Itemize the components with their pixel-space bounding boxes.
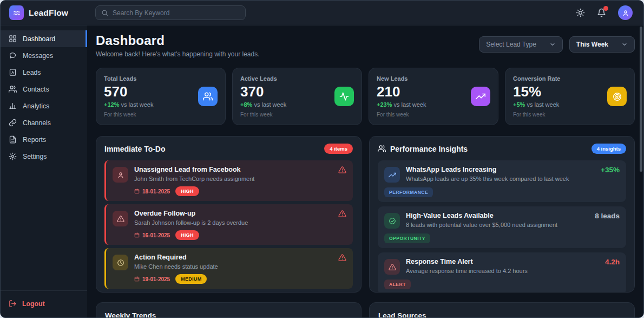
stat-period: For this week — [240, 112, 334, 118]
insight-value: 4.2h — [605, 258, 620, 275]
todo-item-title: Action Required — [134, 254, 332, 261]
alert-triangle-icon — [113, 211, 128, 226]
priority-badge: HIGH — [175, 230, 199, 240]
insight-value: 8 leads — [595, 212, 620, 229]
insight-tag: OPPORTUNITY — [384, 233, 430, 243]
stat-value: 15% — [513, 83, 607, 100]
sidebar-item-leads[interactable]: Leads — [1, 64, 87, 81]
chat-icon — [9, 51, 17, 60]
topbar: LeadFlow — [1, 1, 643, 25]
brand: LeadFlow — [1, 5, 87, 20]
sidebar-item-label: Dashboard — [23, 35, 55, 43]
page-subtitle: Welcome back! Here's what's happening wi… — [96, 50, 260, 58]
users-icon — [378, 145, 386, 153]
target-icon — [607, 87, 627, 106]
weekly-trends-panel: Weekly Trends — [96, 302, 362, 318]
logout-button[interactable]: Logout — [9, 300, 79, 308]
weekly-trends-title: Weekly Trends — [105, 311, 352, 318]
activity-icon — [334, 87, 354, 106]
insight-description: Average response time increased to 4.2 h… — [406, 268, 599, 274]
stat-change: +8% — [240, 101, 252, 108]
todo-item-title: Overdue Follow-up — [134, 210, 332, 217]
sidebar-item-settings[interactable]: Settings — [1, 148, 87, 165]
stat-card-total-leads: Total Leads 570 +12% vs last week For th… — [96, 68, 226, 125]
sidebar-item-channels[interactable]: Channels — [1, 114, 87, 131]
stat-value: 370 — [240, 83, 334, 100]
insights-panel-title: Performance Insights — [390, 145, 468, 153]
todo-item-title: Unassigned Lead from Facebook — [134, 166, 332, 173]
lead-type-select-value: Select Lead Type — [486, 41, 536, 48]
lead-type-select[interactable]: Select Lead Type — [479, 36, 563, 53]
stat-change: +23% — [377, 101, 392, 108]
filters: Select Lead Type This Week — [479, 33, 635, 53]
sidebar: Dashboard Messages Leads Contacts Analyt… — [1, 25, 87, 317]
insight-tag: ALERT — [384, 280, 411, 289]
file-text-icon — [9, 135, 17, 144]
todo-item-action-required[interactable]: Action Required Mike Chen needs status u… — [104, 248, 353, 289]
trending-up-icon — [471, 87, 490, 106]
notifications-bell-icon[interactable] — [597, 8, 606, 17]
insight-tag: PERFORMANCE — [384, 187, 433, 197]
bar-chart-icon — [9, 102, 17, 110]
time-range-select[interactable]: This Week — [569, 36, 635, 53]
sidebar-item-label: Contacts — [23, 86, 49, 93]
priority-badge: MEDIUM — [175, 274, 207, 284]
insights-count-badge: 4 insights — [592, 144, 626, 154]
sidebar-item-dashboard[interactable]: Dashboard — [1, 30, 87, 47]
todo-item-unassigned-lead[interactable]: Unassigned Lead from Facebook John Smith… — [104, 160, 353, 201]
stat-change-text: vs last week — [527, 101, 559, 108]
logout-icon — [9, 300, 17, 308]
insight-item-high-value-leads[interactable]: High-Value Leads Available 8 leads with … — [378, 206, 626, 248]
check-circle-icon — [384, 213, 400, 229]
scrollbar-thumb[interactable] — [640, 27, 642, 172]
todo-item-overdue-followup[interactable]: Overdue Follow-up Sarah Johnson follow-u… — [104, 204, 353, 245]
user-avatar[interactable] — [618, 5, 633, 20]
sidebar-item-reports[interactable]: Reports — [1, 131, 87, 148]
stat-change: +12% — [104, 101, 119, 108]
theme-toggle-sun-icon[interactable] — [576, 8, 585, 17]
stat-change-text: vs last week — [394, 101, 426, 108]
app-title: LeadFlow — [29, 8, 68, 18]
stat-period: For this week — [513, 112, 607, 118]
insight-title: High-Value Leads Available — [406, 212, 589, 219]
sidebar-item-analytics[interactable]: Analytics — [1, 98, 87, 114]
insight-item-whatsapp-leads[interactable]: WhatsApp Leads Increasing WhatsApp leads… — [378, 160, 626, 202]
stat-change: +5% — [513, 101, 525, 108]
stat-value: 210 — [377, 83, 471, 100]
todo-item-description: John Smith from TechCorp needs assignmen… — [134, 176, 332, 182]
sidebar-item-messages[interactable]: Messages — [1, 47, 87, 64]
alert-triangle-icon — [384, 259, 400, 275]
grid-icon — [9, 35, 17, 43]
search-input[interactable] — [113, 9, 240, 17]
search-icon — [101, 9, 108, 16]
page-scrollbar[interactable] — [640, 27, 642, 316]
calendar-icon — [134, 189, 140, 194]
insight-item-response-time[interactable]: Response Time Alert Average response tim… — [378, 252, 626, 293]
stat-period: For this week — [104, 112, 198, 118]
insight-value: +35% — [601, 166, 620, 183]
sidebar-item-label: Settings — [23, 153, 47, 160]
stat-value: 570 — [104, 83, 198, 100]
sidebar-item-contacts[interactable]: Contacts — [1, 81, 87, 98]
stat-label: New Leads — [377, 75, 471, 82]
todo-item-date: 18-01-2025 — [142, 189, 170, 194]
todo-item-description: Mike Chen needs status update — [134, 263, 332, 270]
todo-panel: Immediate To-Do 4 items Unassigned Lead … — [96, 136, 362, 293]
calendar-icon — [134, 276, 140, 282]
topbar-actions — [576, 5, 643, 20]
clock-icon — [113, 255, 128, 270]
alert-triangle-icon — [338, 210, 346, 240]
sidebar-item-label: Channels — [23, 119, 51, 127]
insight-title: WhatsApp Leads Increasing — [406, 166, 595, 173]
sidebar-item-label: Reports — [23, 136, 46, 144]
search-bar[interactable] — [95, 5, 246, 20]
lead-file-icon — [9, 68, 17, 76]
stat-card-conversion-rate: Conversion Rate 15% +5% vs last week For… — [505, 68, 635, 125]
insight-description: WhatsApp leads are up 35% this week comp… — [406, 176, 595, 182]
alert-triangle-icon — [338, 166, 346, 196]
stat-label: Total Leads — [104, 75, 198, 82]
users-icon — [198, 87, 218, 106]
priority-badge: HIGH — [175, 186, 199, 196]
leadflow-logo-icon — [9, 5, 24, 20]
stat-label: Conversion Rate — [513, 75, 607, 82]
